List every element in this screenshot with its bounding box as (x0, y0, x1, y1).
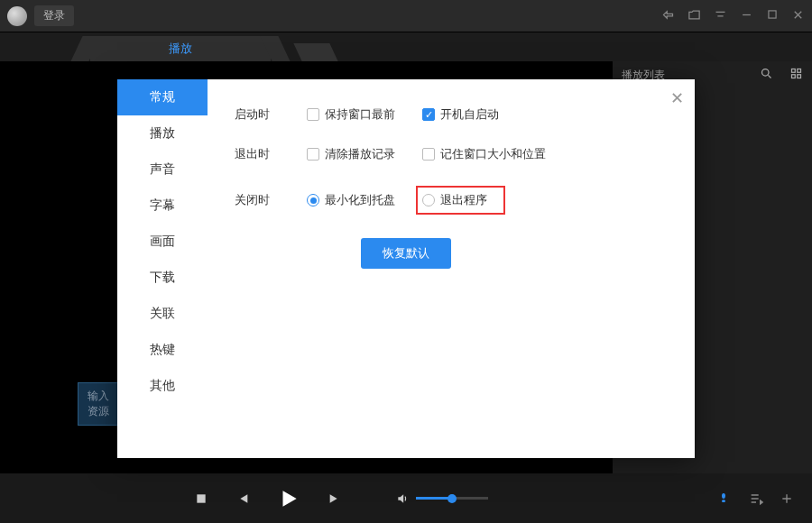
checkbox-keep-front[interactable] (307, 108, 319, 121)
open-icon[interactable] (687, 8, 701, 24)
pin-icon[interactable] (661, 8, 675, 24)
settings-content: 启动时 保持窗口最前 ✓ 开机自启动 退出时 清除播放记录 记住窗口大小和位置 … (208, 79, 695, 458)
opt-label: 保持窗口最前 (325, 106, 395, 123)
radio-exit-program[interactable] (422, 194, 435, 206)
label-exit: 退出时 (235, 146, 307, 162)
row-startup: 启动时 保持窗口最前 ✓ 开机自启动 (235, 106, 677, 123)
row-close: 关闭时 最小化到托盘 退出程序 (235, 186, 677, 215)
opt-label: 开机自启动 (440, 106, 499, 123)
tab-play[interactable]: 播放 (90, 36, 271, 61)
svg-rect-3 (798, 69, 801, 73)
dialog-close-button[interactable]: ✕ (670, 88, 684, 108)
opt-label: 最小化到托盘 (325, 192, 395, 208)
tab-label: 播放 (169, 41, 192, 57)
nav-other[interactable]: 其他 (117, 368, 208, 404)
minimize-icon[interactable] (740, 8, 753, 24)
svg-rect-0 (769, 10, 776, 17)
opt-keep-front[interactable]: 保持窗口最前 (307, 106, 395, 123)
radio-minimize-tray[interactable] (307, 194, 319, 206)
nav-picture[interactable]: 画面 (117, 224, 208, 260)
opt-minimize-tray[interactable]: 最小化到托盘 (307, 192, 395, 208)
menu-icon[interactable] (714, 8, 727, 24)
grid-icon[interactable] (789, 67, 803, 83)
tab-new[interactable] (293, 43, 337, 61)
volume-icon[interactable] (396, 492, 409, 505)
nav-sound[interactable]: 声音 (117, 151, 208, 188)
label-startup: 启动时 (235, 106, 307, 123)
close-icon[interactable] (791, 8, 805, 24)
prev-button[interactable] (235, 491, 250, 506)
playback-controls (194, 487, 488, 510)
tabs-row: 播放 (0, 32, 812, 61)
restore-defaults-button[interactable]: 恢复默认 (361, 238, 451, 269)
nav-general[interactable]: 常规 (117, 79, 208, 115)
opt-autostart[interactable]: ✓ 开机自启动 (422, 106, 499, 123)
nav-hotkey[interactable]: 热键 (117, 332, 208, 368)
checkbox-autostart[interactable]: ✓ (422, 108, 435, 121)
nav-playback[interactable]: 播放 (117, 115, 208, 151)
play-button[interactable] (277, 487, 300, 510)
opt-exit-program[interactable]: 退出程序 (416, 186, 505, 215)
svg-rect-2 (792, 69, 796, 73)
control-bar (0, 473, 812, 523)
opt-clear-history[interactable]: 清除播放记录 (307, 146, 395, 162)
footprint-icon[interactable] (718, 491, 733, 506)
nav-association[interactable]: 关联 (117, 296, 208, 332)
volume-thumb[interactable] (448, 494, 457, 503)
stop-button[interactable] (194, 491, 208, 506)
checkbox-remember-window[interactable] (422, 148, 435, 161)
window-controls (661, 8, 805, 24)
opt-label: 记住窗口大小和位置 (440, 146, 546, 162)
add-icon[interactable] (780, 491, 794, 506)
maximize-icon[interactable] (766, 8, 779, 24)
opt-remember-window[interactable]: 记住窗口大小和位置 (422, 146, 546, 162)
next-button[interactable] (328, 491, 342, 506)
svg-point-1 (762, 69, 770, 77)
titlebar: 登录 (0, 0, 812, 32)
label-close: 关闭时 (235, 192, 307, 208)
row-exit: 退出时 清除播放记录 记住窗口大小和位置 (235, 146, 677, 162)
svg-rect-6 (197, 494, 205, 502)
footer-right (718, 491, 794, 506)
checkbox-clear-history[interactable] (307, 148, 319, 161)
settings-dialog: ✕ 常规 播放 声音 字幕 画面 下载 关联 热键 其他 启动时 保持窗口最前 … (117, 79, 695, 458)
app-logo (7, 6, 27, 26)
svg-rect-4 (792, 75, 796, 78)
opt-label: 清除播放记录 (325, 146, 395, 162)
playlist-icon[interactable] (749, 491, 763, 506)
search-icon[interactable] (760, 67, 773, 83)
nav-download[interactable]: 下载 (117, 260, 208, 296)
login-button[interactable]: 登录 (34, 5, 74, 26)
volume-control (396, 492, 488, 505)
nav-subtitle[interactable]: 字幕 (117, 188, 208, 224)
settings-nav: 常规 播放 声音 字幕 画面 下载 关联 热键 其他 (117, 79, 208, 458)
volume-fill (416, 497, 452, 500)
volume-slider[interactable] (416, 497, 488, 500)
svg-rect-5 (798, 75, 801, 78)
opt-label: 退出程序 (440, 192, 487, 208)
